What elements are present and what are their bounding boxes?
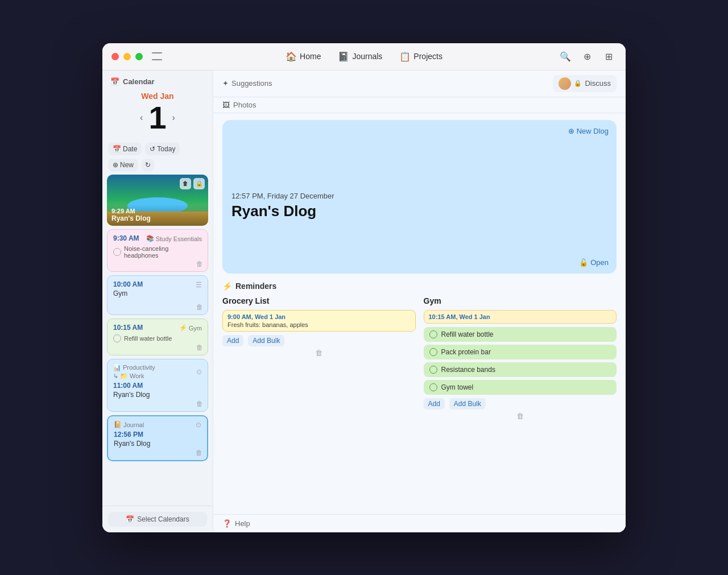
nav-item-journals[interactable]: 📓 Journals [331,48,389,65]
nav-center: 🏠 Home 📓 Journals 📋 Projects [279,48,449,65]
add-button[interactable]: ⊕ [579,48,595,64]
list-item[interactable]: 10:00 AM ☰ Gym 🗑 [107,275,208,315]
entry-title: Ryan's Dlog [113,391,202,399]
reminder-checkbox[interactable] [429,348,437,356]
close-button[interactable] [111,53,119,60]
avatar [559,77,571,90]
entry-menu-icon[interactable]: ⊙ [196,421,201,429]
layout-button[interactable]: ⊞ [601,48,617,64]
grocery-event-time: 9:00 AM, Wed 1 Jan [228,313,411,320]
new-dlog-label: New Dlog [577,127,609,135]
delete-button[interactable]: 🗑 [196,344,203,351]
sync-button[interactable]: ↻ [142,159,154,171]
open-button[interactable]: 🔓 Open [579,258,609,267]
grocery-title: Grocery List [222,296,416,305]
reminder-checkbox[interactable] [429,383,437,391]
gym-title: Gym [424,296,617,305]
grocery-add-bulk-button[interactable]: Add Bulk [248,335,284,346]
entry-menu-icon[interactable]: ⊙ [196,368,202,376]
date-btn-label: Date [123,145,137,153]
grocery-add-button[interactable]: Add [222,335,243,346]
gym-add-button[interactable]: Add [424,398,445,409]
entry-title: Ryan's Dlog [114,440,201,448]
check-circle[interactable] [113,248,121,256]
list-item[interactable]: Gym towel [424,380,617,395]
list-item[interactable]: 9:30 AM 📚 Study Essentials Noise-canceli… [107,229,208,272]
entry-header: 9:30 AM 📚 Study Essentials [113,234,202,243]
entry-actions: 🗑 🔒 [180,178,205,189]
sidebar: 📅 Calendar Wed Jan ‹ 1 › 📅 Date [102,71,213,532]
gym-add-bulk-button[interactable]: Add Bulk [449,398,486,409]
right-content: ⊕ New Dlog 12:57 PM, Friday 27 December … [213,113,626,514]
reminders-title: Reminders [235,282,276,291]
reminder-item-label: Pack protein bar [441,348,491,356]
open-label: Open [590,258,609,267]
tag-label: Journal [123,421,144,428]
search-button[interactable]: 🔍 [557,48,573,64]
discuss-label: Discuss [585,79,611,88]
check-circle[interactable] [113,334,121,342]
day-number: 1 [148,102,166,134]
reminder-item-label: Refill water bottle [441,330,494,338]
gym-trash-button[interactable]: 🗑 [424,412,617,420]
right-top-bar: ✦ Suggestions 🔒 Discuss [213,71,626,97]
delete-button[interactable]: 🗑 [196,400,203,408]
list-item[interactable]: 9:29 AM Ryan's Dlog 🗑 🔒 [107,175,208,226]
reminders-section: ⚡ Reminders Grocery List 9:00 AM, Wed 1 … [222,282,617,420]
grocery-event-badge: 9:00 AM, Wed 1 Jan Fresh fruits: bananas… [222,310,416,332]
select-calendars-button[interactable]: 📅 Select Calendars [108,512,207,527]
discuss-button[interactable]: 🔒 Discuss [553,75,617,92]
sidebar-toggle-button[interactable] [152,52,162,60]
suggestions-label: Suggestions [231,79,272,88]
photos-bar[interactable]: 🖼 Photos [213,97,626,113]
minimize-button[interactable] [123,53,131,60]
entry-delete-icon[interactable]: 🗑 [180,178,191,189]
entry-title: Ryan's Dlog [111,214,204,222]
prev-day-button[interactable]: ‹ [139,113,144,123]
help-bar[interactable]: ❓ Help [213,514,626,532]
lock-icon: 🔒 [574,80,582,87]
home-icon: 🏠 [286,51,297,62]
entry-lock-icon[interactable]: 🔒 [193,178,205,189]
nav-item-home[interactable]: 🏠 Home [279,48,328,65]
list-item[interactable]: 📔 Journal ⊙ 12:56 PM Ryan's Dlog 🗑 [107,415,208,461]
list-item[interactable]: Resistance bands [424,362,617,377]
select-calendars-label: Select Calendars [137,515,189,523]
dlog-title: Ryan's Dlog [231,202,607,220]
reminder-checkbox[interactable] [429,330,437,338]
next-day-button[interactable]: › [171,113,176,123]
nav-journals-label: Journals [352,52,382,61]
entry-header: 10:15 AM ⚡ Gym [113,324,202,333]
grocery-add-row: Add Add Bulk [222,335,416,346]
calendar-entries: 9:29 AM Ryan's Dlog 🗑 🔒 9:30 AM 📚 St [102,175,213,506]
list-item[interactable]: 📊 Productivity ↳ 📁 Work ⊙ 11:00 AM [107,359,208,412]
new-entry-button[interactable]: ⊕ New [108,159,138,171]
delete-button[interactable]: 🗑 [196,449,202,457]
today-button[interactable]: ↺ Today [145,143,180,155]
refresh-icon: ↺ [150,145,155,153]
nav-item-projects[interactable]: 📋 Projects [392,48,449,65]
grocery-event-desc: Fresh fruits: bananas, apples [228,321,411,328]
delete-button[interactable]: 🗑 [196,260,203,268]
checklist-item: Noise-canceling headphones [124,245,202,259]
grocery-trash-button[interactable]: 🗑 [222,349,416,357]
list-item[interactable]: Refill water bottle [424,327,617,342]
tag-label: Gym [189,325,202,332]
list-item[interactable]: Pack protein bar [424,345,617,359]
suggestions-button[interactable]: ✦ Suggestions [222,79,272,88]
entry-header: 📔 Journal ⊙ [114,421,201,429]
reminder-checkbox[interactable] [429,366,437,374]
brief-icon: 📁 [120,373,128,380]
maximize-button[interactable] [135,53,143,60]
dlog-card: ⊕ New Dlog 12:57 PM, Friday 27 December … [222,120,617,274]
list-item[interactable]: 10:15 AM ⚡ Gym Refill water bottle 🗑 [107,318,208,355]
date-filter-button[interactable]: 📅 Date [108,143,142,155]
entry-header: 📊 Productivity ↳ 📁 Work ⊙ [113,364,202,380]
nav-home-label: Home [300,52,321,61]
app-window: 🏠 Home 📓 Journals 📋 Projects 🔍 ⊕ ⊞ 📅 Cal… [102,43,626,532]
delete-button[interactable]: 🗑 [196,303,203,311]
gym-tag-icon: ⚡ [179,324,187,332]
new-dlog-button[interactable]: ⊕ New Dlog [568,127,609,135]
reminder-item-label: Resistance bands [441,366,495,374]
entry-menu-icon[interactable]: ☰ [196,281,202,289]
